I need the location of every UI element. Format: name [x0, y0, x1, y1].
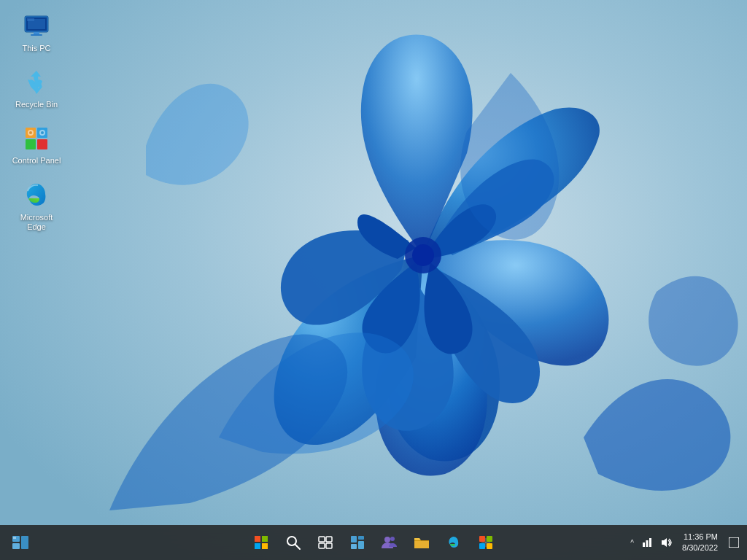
- network-icon[interactable]: [640, 535, 654, 550]
- svg-rect-21: [13, 537, 16, 539]
- svg-rect-25: [262, 543, 268, 549]
- recycle-bin-label: Recycle Bin: [15, 100, 58, 109]
- svg-rect-35: [358, 541, 364, 549]
- svg-rect-12: [26, 139, 36, 149]
- taskbar-left: [6, 528, 50, 557]
- edge-icon: [22, 181, 51, 210]
- svg-rect-32: [351, 536, 357, 542]
- clock-date: 8/30/2022: [682, 542, 718, 553]
- desktop-icons-container: This PC Recycle Bin: [7, 7, 66, 236]
- svg-point-17: [41, 131, 44, 134]
- store-button[interactable]: [471, 528, 500, 557]
- taskbar-right: ^ 11:36 PM 8/30/2022: [629, 532, 741, 554]
- svg-rect-44: [646, 540, 649, 547]
- desktop-icon-recycle-bin[interactable]: Recycle Bin: [7, 63, 66, 114]
- wallpaper: [0, 0, 747, 560]
- svg-rect-19: [12, 543, 20, 549]
- clock-time: 11:36 PM: [682, 532, 718, 542]
- svg-rect-31: [326, 543, 332, 548]
- start-button[interactable]: [247, 528, 276, 557]
- desktop: This PC Recycle Bin: [0, 0, 747, 560]
- widgets-left-button[interactable]: [6, 528, 35, 557]
- svg-rect-39: [479, 536, 485, 542]
- taskbar-center: [247, 528, 500, 557]
- svg-point-37: [390, 537, 395, 541]
- teams-button[interactable]: [375, 528, 404, 557]
- search-button[interactable]: [279, 528, 308, 557]
- svg-rect-38: [414, 540, 429, 541]
- svg-rect-42: [487, 543, 492, 549]
- notifications-icon[interactable]: [727, 535, 741, 550]
- svg-rect-33: [351, 544, 357, 549]
- desktop-icon-microsoft-edge[interactable]: Microsoft Edge: [7, 176, 66, 236]
- svg-rect-20: [21, 536, 28, 549]
- control-panel-label: Control Panel: [12, 156, 61, 166]
- file-explorer-button[interactable]: [407, 528, 436, 557]
- control-panel-icon: [22, 124, 51, 153]
- svg-rect-23: [262, 536, 268, 542]
- this-pc-icon: [22, 12, 51, 41]
- svg-point-15: [29, 131, 32, 134]
- svg-line-27: [295, 545, 300, 549]
- task-view-button[interactable]: [311, 528, 340, 557]
- svg-rect-22: [255, 536, 260, 542]
- svg-point-26: [287, 537, 296, 545]
- this-pc-label: This PC: [22, 44, 50, 53]
- desktop-icon-this-pc[interactable]: This PC: [7, 7, 66, 58]
- svg-rect-46: [729, 537, 739, 548]
- svg-rect-43: [643, 542, 645, 547]
- svg-rect-7: [34, 32, 39, 34]
- edge-label: Microsoft Edge: [10, 213, 63, 232]
- recycle-bin-icon: [22, 68, 51, 97]
- desktop-icon-control-panel[interactable]: Control Panel: [7, 120, 66, 170]
- svg-rect-24: [255, 543, 260, 549]
- svg-rect-30: [319, 543, 325, 548]
- svg-rect-13: [37, 139, 47, 149]
- edge-taskbar-button[interactable]: [439, 528, 468, 557]
- system-clock[interactable]: 11:36 PM 8/30/2022: [678, 532, 722, 554]
- svg-rect-8: [31, 34, 42, 36]
- taskbar: ^ 11:36 PM 8/30/2022: [0, 525, 747, 560]
- svg-point-2: [412, 244, 434, 266]
- tray-chevron-button[interactable]: ^: [629, 537, 635, 548]
- svg-rect-28: [319, 537, 325, 542]
- widgets-center-button[interactable]: [343, 528, 372, 557]
- svg-rect-34: [358, 536, 364, 540]
- svg-rect-40: [487, 536, 492, 542]
- svg-rect-45: [649, 538, 651, 547]
- svg-rect-41: [479, 543, 485, 549]
- svg-rect-29: [326, 537, 332, 542]
- volume-icon[interactable]: [659, 535, 673, 550]
- svg-point-36: [384, 537, 390, 542]
- svg-rect-9: [27, 18, 34, 21]
